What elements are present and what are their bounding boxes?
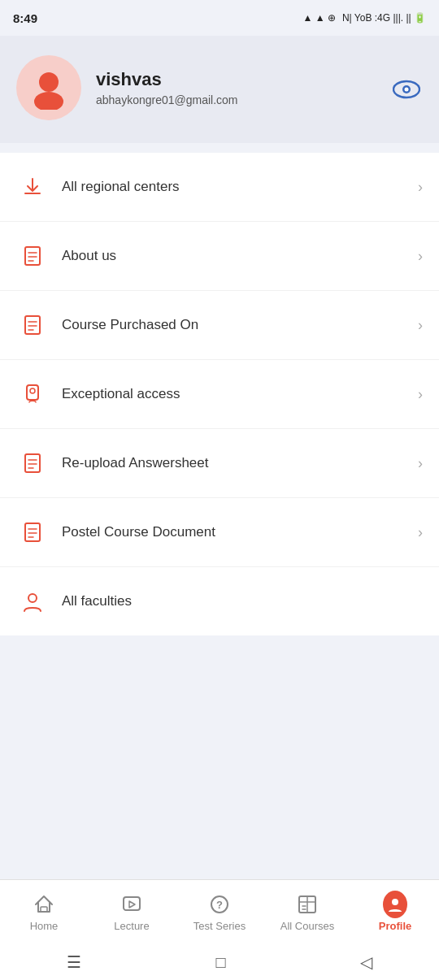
document-icon: [16, 447, 49, 479]
svg-rect-19: [25, 523, 40, 541]
menu-item-postel-course-document[interactable]: Postel Course Document ›: [0, 498, 439, 567]
svg-point-23: [28, 594, 37, 602]
avatar-icon: [27, 66, 71, 110]
nav-item-all-courses[interactable]: All Courses: [263, 892, 351, 932]
menu-label: Course Purchased On: [62, 317, 418, 333]
svg-rect-13: [27, 385, 38, 400]
chevron-right-icon: ›: [418, 524, 423, 541]
signal-icons: ▲ ▲ ⊕: [303, 12, 336, 24]
nav-item-lecture[interactable]: Lecture: [88, 892, 176, 932]
profile-email: abhaykongre01@gmail.com: [96, 93, 423, 106]
sys-home-button[interactable]: □: [199, 947, 241, 978]
svg-text:?: ?: [216, 899, 223, 911]
svg-rect-25: [124, 897, 140, 910]
profile-name: vishvas: [96, 69, 423, 90]
menu-item-about-us[interactable]: About us ›: [0, 222, 439, 291]
avatar: [16, 55, 81, 120]
bottom-nav: Home Lecture ? Test Series: [0, 879, 439, 944]
svg-rect-5: [25, 247, 40, 265]
menu-label: About us: [62, 248, 418, 264]
visibility-toggle-button[interactable]: [390, 73, 423, 106]
menu-label: Exceptional access: [62, 386, 418, 402]
svg-point-0: [39, 72, 59, 92]
profile-nav-icon: [383, 892, 407, 917]
svg-point-4: [405, 88, 409, 92]
document-icon: [16, 516, 49, 549]
menu-item-re-upload-answersheet[interactable]: Re-upload Answersheet ›: [0, 429, 439, 498]
menu-list: All regional centers › About us › Course…: [0, 153, 439, 635]
svg-rect-9: [25, 316, 40, 334]
menu-item-course-purchased-on[interactable]: Course Purchased On ›: [0, 291, 439, 360]
chevron-right-icon: ›: [418, 317, 423, 334]
system-nav-bar: ☰ □ ◁: [0, 944, 439, 980]
status-bar: 8:49 ▲ ▲ ⊕ N| YoB :4G |||. || 🔋: [0, 0, 439, 36]
test-series-icon: ?: [207, 892, 232, 917]
nav-label-lecture: Lecture: [114, 920, 149, 932]
menu-label: All faculties: [62, 593, 418, 609]
lecture-icon: [120, 892, 144, 917]
document-icon: [16, 240, 49, 272]
svg-point-14: [30, 388, 35, 393]
svg-point-1: [34, 92, 63, 110]
nav-label-home: Home: [30, 920, 59, 932]
document-icon: [16, 309, 49, 341]
all-courses-icon: [295, 892, 319, 917]
chevron-right-icon: ›: [418, 386, 423, 403]
svg-point-33: [392, 899, 398, 905]
status-icons: ▲ ▲ ⊕ N| YoB :4G |||. || 🔋: [303, 12, 427, 24]
profile-header: vishvas abhaykongre01@gmail.com: [0, 36, 439, 143]
chevron-right-icon: ›: [418, 248, 423, 265]
sys-back-button[interactable]: ◁: [344, 946, 389, 978]
menu-label: All regional centers: [62, 179, 418, 195]
nav-label-test-series: Test Series: [193, 920, 246, 932]
nav-item-test-series[interactable]: ? Test Series: [176, 892, 263, 932]
nav-label-profile: Profile: [379, 920, 411, 932]
chevron-right-icon: ›: [418, 455, 423, 472]
nav-item-home[interactable]: Home: [0, 892, 88, 932]
badge-icon: [16, 378, 49, 410]
svg-rect-15: [25, 454, 40, 472]
download-icon: [16, 171, 49, 203]
menu-item-all-faculties[interactable]: All faculties ›: [0, 567, 439, 635]
person-icon: [16, 585, 49, 618]
carrier-icons: N| YoB :4G |||. || 🔋: [342, 12, 426, 24]
status-time: 8:49: [13, 11, 37, 25]
menu-label: Re-upload Answersheet: [62, 455, 418, 471]
menu-item-exceptional-access[interactable]: Exceptional access ›: [0, 360, 439, 429]
profile-info: vishvas abhaykongre01@gmail.com: [96, 69, 423, 106]
nav-label-all-courses: All Courses: [280, 920, 334, 932]
nav-item-profile[interactable]: Profile: [351, 892, 439, 932]
menu-item-all-regional-centers[interactable]: All regional centers ›: [0, 153, 439, 222]
chevron-right-icon: ›: [418, 179, 423, 196]
sys-menu-button[interactable]: ☰: [50, 946, 98, 978]
home-icon: [32, 892, 56, 917]
menu-label: Postel Course Document: [62, 524, 418, 540]
